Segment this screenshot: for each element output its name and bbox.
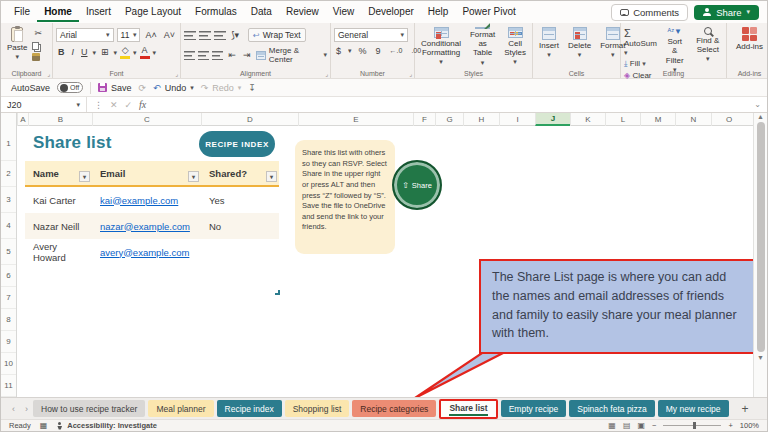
row-header[interactable]: 10: [1, 353, 16, 375]
filter-dropdown-icon[interactable]: ▾: [266, 171, 277, 182]
row-header[interactable]: 3: [1, 187, 16, 213]
email-link[interactable]: kai@example.com: [100, 195, 178, 206]
format-as-table-button[interactable]: Format as Table▾: [466, 26, 499, 67]
column-header-n[interactable]: N: [675, 113, 711, 126]
column-header-g[interactable]: G: [435, 113, 463, 126]
tab-help[interactable]: Help: [421, 2, 456, 22]
cell-email[interactable]: kai@example.com: [92, 187, 201, 213]
autosave-toggle[interactable]: Off: [57, 82, 83, 93]
tab-file[interactable]: File: [7, 2, 37, 22]
tab-review[interactable]: Review: [279, 2, 326, 22]
tab-developer[interactable]: Developer: [361, 2, 421, 22]
autosum-button[interactable]: Σ AutoSum ▾: [624, 28, 657, 57]
share-circle-button[interactable]: ⇧ Share: [392, 160, 442, 210]
alignment-dialog-launcher[interactable]: ⌟: [325, 70, 328, 77]
font-name-select[interactable]: Arial▾: [56, 28, 114, 42]
font-size-select[interactable]: 11▾: [117, 28, 141, 42]
row-header[interactable]: 7: [1, 287, 16, 309]
name-box-splitter[interactable]: ⋮: [94, 100, 103, 110]
copy-button[interactable]: [32, 42, 39, 50]
sheet-tab-spinach-feta-pizza[interactable]: Spinach feta pizza: [569, 400, 654, 417]
tab-formulas[interactable]: Formulas: [188, 2, 244, 22]
cell-email[interactable]: avery@example.com: [92, 239, 201, 265]
normal-view-icon[interactable]: ▦: [608, 421, 616, 430]
filter-dropdown-icon[interactable]: ▾: [188, 171, 199, 182]
conditional-formatting-button[interactable]: Conditional Formatting▾: [418, 26, 464, 67]
new-sheet-button[interactable]: +: [732, 402, 759, 416]
wrap-text-button[interactable]: ↩ Wrap Text: [248, 28, 306, 42]
sheet-tab-recipe-index[interactable]: Recipe index: [217, 400, 282, 417]
align-right-button[interactable]: [212, 51, 223, 60]
align-center-button[interactable]: [198, 51, 209, 60]
sheet-tab-recipe-categories[interactable]: Recipe categories: [352, 400, 436, 417]
zoom-out-icon[interactable]: −: [652, 421, 656, 430]
sheet-tab-how-to-use[interactable]: How to use recipe tracker: [33, 400, 145, 417]
column-header-a[interactable]: A: [17, 113, 28, 126]
column-header-h[interactable]: H: [463, 113, 499, 126]
orientation-button[interactable]: ⟆▾: [229, 30, 241, 41]
tab-home[interactable]: Home: [37, 2, 79, 22]
save-button[interactable]: Save: [98, 83, 132, 93]
number-dialog-launcher[interactable]: ⌟: [409, 70, 412, 77]
sheet-tab-empty-recipe[interactable]: Empty recipe: [501, 400, 567, 417]
tab-power-pivot[interactable]: Power Pivot: [455, 2, 522, 22]
clipboard-dialog-launcher[interactable]: ⌟: [47, 70, 50, 77]
scroll-down-icon[interactable]: ▼: [757, 354, 764, 361]
row-header[interactable]: 5: [1, 239, 16, 265]
column-header-m[interactable]: M: [640, 113, 675, 126]
column-header-e[interactable]: E: [298, 113, 413, 126]
page-break-view-icon[interactable]: ▣: [637, 421, 645, 430]
format-painter-button[interactable]: [32, 53, 40, 61]
formula-input[interactable]: [153, 97, 754, 112]
insert-function-icon[interactable]: fx: [139, 99, 146, 110]
align-left-button[interactable]: [184, 51, 195, 60]
select-all-corner[interactable]: [1, 113, 17, 126]
column-header-j-selected[interactable]: J: [535, 113, 570, 126]
align-top-button[interactable]: [184, 31, 196, 40]
email-link[interactable]: nazar@example.com: [100, 221, 190, 232]
customize-qat-button[interactable]: ↧: [248, 83, 256, 93]
zoom-level[interactable]: 100%: [740, 421, 759, 430]
align-middle-button[interactable]: [199, 31, 211, 40]
font-dialog-launcher[interactable]: ⌟: [175, 70, 178, 77]
underline-button[interactable]: U: [79, 47, 90, 58]
tab-data[interactable]: Data: [244, 2, 279, 22]
sheet-tab-meal-planner[interactable]: Meal planner: [148, 400, 213, 417]
cell-email[interactable]: nazar@example.com: [92, 213, 201, 239]
percent-button[interactable]: %: [357, 46, 369, 57]
addins-button[interactable]: Add-ins: [730, 26, 768, 52]
zoom-in-icon[interactable]: +: [728, 421, 732, 430]
vertical-scroll-thumb[interactable]: [757, 122, 765, 352]
paste-button[interactable]: Paste▾: [4, 26, 30, 62]
name-box[interactable]: J20 ▾: [1, 97, 87, 112]
scroll-up-icon[interactable]: ▲: [757, 113, 764, 120]
row-header[interactable]: 8: [1, 309, 16, 331]
cell-name[interactable]: Avery Howard: [25, 239, 92, 265]
cell-shared[interactable]: [201, 239, 279, 265]
column-header-c[interactable]: C: [92, 113, 201, 126]
column-header-f[interactable]: F: [413, 113, 435, 126]
recipe-index-button[interactable]: RECIPE INDEX: [199, 131, 275, 157]
cell-shared[interactable]: Yes: [201, 187, 279, 213]
sheet-scroll-right-icon[interactable]: ›: [20, 404, 33, 414]
delete-cells-button[interactable]: Delete▾: [565, 26, 594, 67]
increase-font-button[interactable]: A˄: [143, 30, 158, 41]
fill-button[interactable]: ⤓ Fill ▾: [624, 59, 657, 69]
share-button-top[interactable]: Share ▾: [694, 5, 759, 20]
undo-button[interactable]: ↶ Undo ▾: [153, 83, 194, 93]
column-header-l[interactable]: L: [605, 113, 640, 126]
email-link[interactable]: avery@example.com: [100, 247, 189, 258]
cell-styles-button[interactable]: Cell Styles▾: [501, 26, 529, 67]
row-header[interactable]: 4: [1, 213, 16, 239]
comments-button[interactable]: Comments: [611, 4, 688, 21]
tab-page-layout[interactable]: Page Layout: [118, 2, 188, 22]
table-row[interactable]: Nazar Neill nazar@example.com No: [25, 213, 279, 239]
increase-indent-button[interactable]: ⇥: [241, 50, 253, 61]
row-header[interactable]: 1: [1, 126, 16, 161]
insert-cells-button[interactable]: Insert▾: [536, 26, 562, 67]
sheet-tab-shopping-list[interactable]: Shopping list: [285, 400, 350, 417]
cell-name[interactable]: Kai Carter: [25, 187, 92, 213]
page-layout-view-icon[interactable]: ▤: [623, 421, 631, 430]
row-header[interactable]: 9: [1, 331, 16, 353]
formula-bar-expand-chevron[interactable]: ⌄: [754, 100, 767, 109]
